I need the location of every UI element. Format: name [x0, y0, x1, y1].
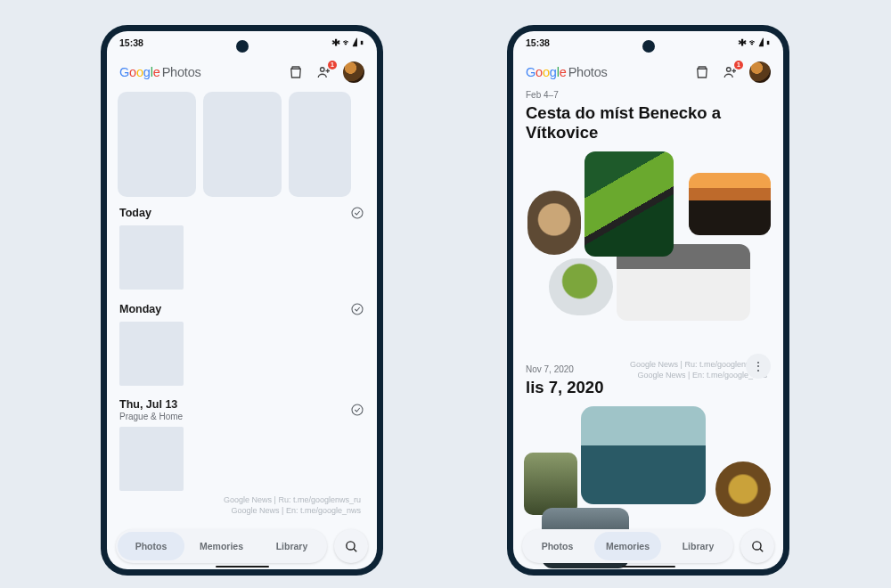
camera-punch-hole: [642, 40, 655, 53]
search-button[interactable]: [334, 529, 368, 563]
group-title: Thu, Jul 13: [119, 398, 183, 411]
phone-right: 15:38 ✱ ᯤ ◢ ▮ GooglePhotos 1: [507, 25, 789, 576]
select-all-icon[interactable]: [350, 302, 364, 316]
collage-photo[interactable]: [584, 151, 674, 257]
watermark-credits: Google News | Ru: t.me/googlenws_ru Goog…: [224, 494, 361, 516]
phone-left: 15:38 ✱ ᯤ ◢ ▮ GooglePhotos 1: [101, 25, 383, 576]
collage-photo[interactable]: [581, 406, 706, 504]
print-store-icon[interactable]: [692, 62, 712, 82]
date-group: Today: [107, 197, 377, 293]
svg-point-2: [352, 304, 363, 314]
nav-pill: Photos Memories Library: [522, 529, 733, 563]
sharing-icon[interactable]: 1: [315, 62, 334, 82]
status-time: 15:38: [526, 37, 550, 48]
svg-point-6: [752, 541, 760, 549]
date-group: Monday: [107, 293, 377, 389]
photo-thumb[interactable]: [119, 322, 184, 386]
svg-point-4: [346, 541, 354, 549]
photos-content: Today Monday Thu,: [107, 90, 377, 569]
tab-library[interactable]: Library: [257, 529, 327, 563]
memory-title[interactable]: Cesta do míst Benecko a Vítkovice: [526, 103, 771, 143]
memory-title[interactable]: lis 7, 2020: [526, 378, 771, 397]
photo-thumb[interactable]: [119, 225, 184, 290]
svg-point-5: [727, 68, 732, 72]
group-title: Today: [119, 207, 151, 219]
google-photos-logo: GooglePhotos: [119, 65, 201, 79]
memories-content: Feb 4–7 Cesta do míst Benecko a Vítkovic…: [513, 90, 783, 569]
nav-pill: Photos Memories Library: [116, 529, 327, 563]
photo-thumb[interactable]: [119, 427, 184, 491]
memory-card[interactable]: [289, 92, 351, 197]
more-vert-icon: ⋮: [752, 363, 764, 369]
account-avatar[interactable]: [749, 61, 771, 83]
collage-photo[interactable]: [715, 461, 771, 517]
svg-point-1: [352, 208, 363, 218]
tab-photos[interactable]: Photos: [116, 529, 186, 563]
camera-punch-hole: [236, 40, 249, 53]
memories-carousel[interactable]: [107, 90, 377, 197]
tab-photos[interactable]: Photos: [522, 529, 593, 563]
gesture-bar: [622, 566, 675, 568]
more-options-button[interactable]: ⋮: [746, 354, 771, 379]
tab-library[interactable]: Library: [663, 529, 733, 563]
group-title: Monday: [119, 303, 161, 315]
sharing-icon[interactable]: 1: [721, 62, 740, 82]
sharing-badge: 1: [734, 61, 743, 69]
svg-point-0: [321, 68, 325, 72]
bottom-nav: Photos Memories Library: [116, 528, 368, 564]
screen: 15:38 ✱ ᯤ ◢ ▮ GooglePhotos 1: [513, 31, 783, 569]
app-bar: GooglePhotos 1: [513, 56, 783, 88]
status-icons: ✱ ᯤ ◢ ▮: [332, 38, 364, 47]
collage-photo[interactable]: [524, 453, 577, 515]
app-bar: GooglePhotos 1: [107, 56, 377, 88]
memory-collage[interactable]: [520, 148, 776, 322]
sharing-badge: 1: [328, 61, 337, 69]
collage-photo[interactable]: [527, 191, 581, 255]
google-photos-logo: GooglePhotos: [526, 65, 608, 79]
collage-photo[interactable]: [549, 258, 613, 315]
select-all-icon[interactable]: [350, 403, 364, 417]
tab-memories[interactable]: Memories: [593, 529, 663, 563]
tab-memories[interactable]: Memories: [186, 529, 257, 563]
status-icons: ✱ ᯤ ◢ ▮: [739, 38, 771, 47]
svg-point-3: [352, 404, 363, 415]
status-time: 15:38: [119, 37, 143, 48]
collage-photo[interactable]: [689, 173, 771, 235]
memory-header: Feb 4–7 Cesta do míst Benecko a Vítkovic…: [513, 90, 783, 143]
gesture-bar: [216, 566, 269, 568]
memory-card[interactable]: [118, 92, 196, 197]
memory-date: Feb 4–7: [526, 90, 771, 100]
print-store-icon[interactable]: [286, 62, 306, 82]
screen: 15:38 ✱ ᯤ ◢ ▮ GooglePhotos 1: [107, 31, 377, 569]
account-avatar[interactable]: [343, 61, 364, 83]
group-subtitle: Prague & Home: [119, 412, 183, 421]
select-all-icon[interactable]: [350, 206, 364, 220]
memory-card[interactable]: [203, 92, 282, 197]
search-button[interactable]: [740, 529, 774, 563]
bottom-nav: Photos Memories Library: [522, 528, 774, 564]
date-group: Thu, Jul 13 Prague & Home: [107, 389, 377, 494]
